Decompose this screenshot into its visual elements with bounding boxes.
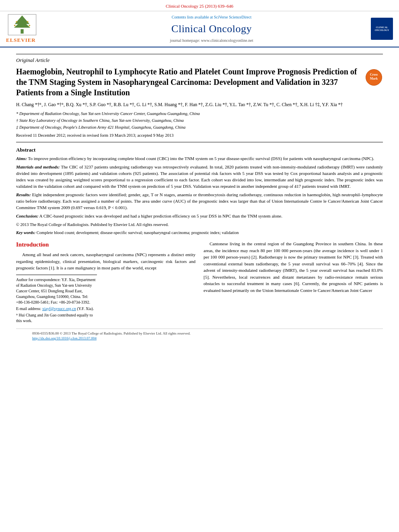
article-title-row: Haemoglobin, Neutrophil to Lymphocyte Ra… xyxy=(16,66,383,98)
journal-homepage: journal homepage: www.clinicaloncologyon… xyxy=(58,38,365,43)
crossmark-icon: Cross Mark xyxy=(365,68,383,86)
footer-issn: 0936-6555/$36.00 © 2013 The Royal Colleg… xyxy=(32,331,367,336)
keywords-line: Key words: Complete blood count; develop… xyxy=(16,230,383,236)
clinical-oncology-logo: CLINICALONCOLOGY xyxy=(371,18,393,40)
received-line: Received 11 December 2012; received in r… xyxy=(16,133,383,142)
article-type: Original Article xyxy=(16,54,383,64)
correspondence-note: Author for correspondence: Y.F. Xia, Dep… xyxy=(16,277,97,305)
svg-point-8 xyxy=(29,25,31,27)
elsevier-tree-icon xyxy=(6,14,38,36)
affiliation-3: ‡ Department of Oncology, People's Liber… xyxy=(16,124,383,131)
intro-para-2: Cantonese living in the central region o… xyxy=(204,240,383,294)
elsevier-brand-text: ELSEVIER xyxy=(6,37,36,44)
email-link[interactable]: xiayf@sysucc.org.cn xyxy=(42,306,76,311)
svg-text:Mark: Mark xyxy=(370,77,378,80)
abstract-results: Results: Eight independent prognostic fa… xyxy=(16,192,383,211)
footer-left: 0936-6555/$36.00 © 2013 The Royal Colleg… xyxy=(32,331,367,341)
copyright-line: © 2013 The Royal College of Radiologists… xyxy=(16,222,383,228)
abstract-aims: Aims: To improve prediction efficiency b… xyxy=(16,156,383,162)
svg-point-6 xyxy=(27,21,29,23)
journal-header-center: Contents lists available at SciVerse Sci… xyxy=(58,14,365,43)
journal-header: ELSEVIER Contents lists available at Sci… xyxy=(0,11,399,47)
abstract-methods: Materials and methods: The CBC of 3237 p… xyxy=(16,164,383,190)
footnotes: Author for correspondence: Y.F. Xia, Dep… xyxy=(16,275,97,324)
svg-point-7 xyxy=(14,25,16,27)
col-left: Introduction Among all head and neck can… xyxy=(16,240,195,325)
abstract-conclusion: Conclusion: A CBC-based prognostic index… xyxy=(16,213,383,220)
intro-section-title: Introduction xyxy=(16,240,195,249)
main-content: Original Article Haemoglobin, Neutrophil… xyxy=(0,47,399,349)
abstract-title: Abstract xyxy=(16,146,383,154)
elsevier-logo: ELSEVIER xyxy=(6,14,58,44)
abstract-section: Abstract Aims: To improve prediction eff… xyxy=(16,146,383,236)
journal-logo-right: CLINICALONCOLOGY xyxy=(365,18,393,40)
elsevier-logo-area: ELSEVIER xyxy=(6,14,58,44)
affiliation-2: † State Key Laboratory of Oncology in So… xyxy=(16,117,383,124)
col-right: Cantonese living in the central region o… xyxy=(204,240,383,325)
email-note: E-mail address: xiayf@sysucc.org.cn (Y.F… xyxy=(16,306,97,312)
two-column-intro: Introduction Among all head and neck can… xyxy=(16,240,383,325)
journal-title: Clinical Oncology xyxy=(58,22,365,36)
footer-doi[interactable]: http://dx.doi.org/10.1016/j.clon.2013.07… xyxy=(32,336,97,340)
journal-citation: Clinical Oncology 25 (2013) 639–646 xyxy=(166,4,233,8)
article-title: Haemoglobin, Neutrophil to Lymphocyte Ra… xyxy=(16,66,361,98)
intro-col-right-text: Cantonese living in the central region o… xyxy=(204,240,383,294)
affiliation-1: * Department of Radiation Oncology, Sun … xyxy=(16,111,383,117)
svg-text:Cross: Cross xyxy=(370,73,378,76)
page-footer: 0936-6555/$36.00 © 2013 The Royal Colleg… xyxy=(16,329,383,343)
sciverse-line: Contents lists available at SciVerse Sci… xyxy=(58,14,365,20)
equal-contrib-note: ᵃ Hui Chang and Jin Gao contributed equa… xyxy=(16,312,97,324)
svg-rect-2 xyxy=(21,29,23,34)
intro-para-1: Among all head and neck cancers, nasopha… xyxy=(16,251,195,271)
top-banner: Clinical Oncology 25 (2013) 639–646 xyxy=(0,0,399,11)
affiliations: * Department of Radiation Oncology, Sun … xyxy=(16,111,383,130)
svg-point-5 xyxy=(16,21,17,23)
authors: H. Chang *†ᵃ, J. Gao *†ᵃ, B.Q. Xu *†, S.… xyxy=(16,101,383,108)
abstract-text: Aims: To improve prediction efficiency b… xyxy=(16,156,383,236)
sciverse-link[interactable]: SciVerse ScienceDirect xyxy=(214,15,252,19)
intro-col-left-text: Among all head and neck cancers, nasopha… xyxy=(16,251,195,271)
page: Clinical Oncology 25 (2013) 639–646 xyxy=(0,0,399,532)
